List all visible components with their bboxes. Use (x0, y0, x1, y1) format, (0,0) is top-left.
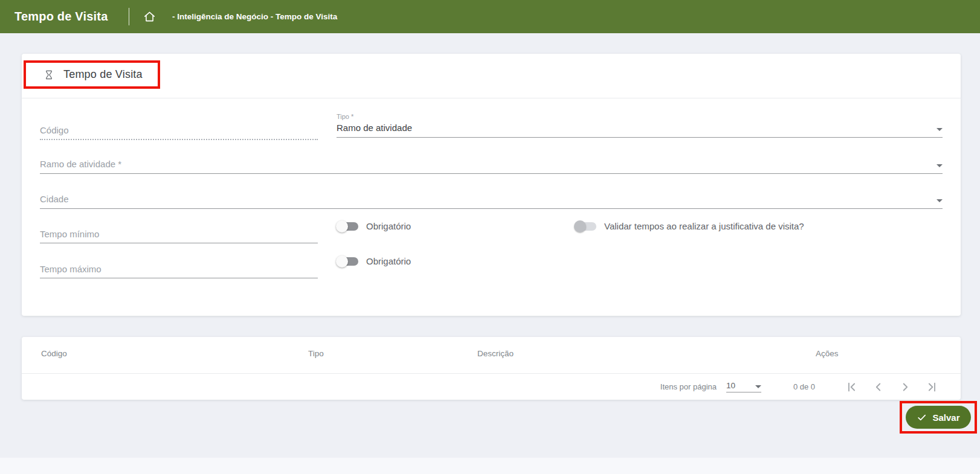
first-page-icon (845, 380, 859, 394)
bottom-strip (0, 458, 980, 474)
first-page-button[interactable] (839, 375, 865, 399)
codigo-input[interactable] (40, 125, 318, 140)
annotation-box-section-title: Tempo de Visita (24, 60, 160, 89)
items-per-page-select[interactable]: 10 (726, 381, 761, 392)
chevron-down-icon (936, 199, 943, 202)
col-header-codigo: Código (41, 349, 67, 358)
col-header-acoes: Ações (816, 349, 839, 358)
obrigatorio-max-toggle[interactable] (337, 257, 358, 266)
tempo-minimo-input[interactable] (40, 229, 318, 243)
next-page-button[interactable] (892, 375, 918, 399)
save-button-label: Salvar (932, 412, 959, 423)
paginator: Itens por página 10 0 de 0 (660, 374, 945, 400)
obrigatorio-min-toggle[interactable] (337, 222, 358, 231)
validar-tempos-label: Validar tempos ao realizar a justificati… (604, 221, 804, 231)
cidade-select[interactable]: Cidade (40, 193, 943, 209)
chevron-down-icon (936, 164, 943, 167)
home-icon[interactable] (143, 10, 156, 24)
tipo-select[interactable]: Tipo * Ramo de atividade (337, 113, 943, 138)
form-card: Tempo de Visita Tipo * Ramo de atividade… (22, 54, 961, 316)
header-divider (129, 8, 129, 25)
tipo-label: Tipo * (337, 113, 943, 120)
previous-page-button[interactable] (865, 375, 892, 399)
chevron-down-icon (755, 385, 761, 388)
chevron-left-icon (872, 380, 885, 394)
table-card: Código Tipo Descrição Ações Itens por pá… (22, 337, 961, 400)
items-per-page-label: Itens por página (660, 382, 717, 391)
section-divider (22, 98, 961, 98)
breadcrumb: - Inteligência de Negócio - Tempo de Vis… (172, 0, 337, 33)
obrigatorio-max-label: Obrigatório (366, 256, 411, 266)
last-page-button[interactable] (918, 375, 945, 399)
tempo-maximo-field[interactable] (40, 264, 318, 278)
col-header-descricao: Descrição (477, 349, 514, 358)
last-page-icon (925, 380, 938, 394)
chevron-down-icon (936, 128, 943, 131)
chevron-right-icon (898, 380, 912, 394)
hourglass-icon (43, 69, 55, 81)
page-title: Tempo de Visita (15, 0, 108, 33)
ramo-atividade-placeholder: Ramo de atividade * (40, 159, 121, 169)
tipo-value: Ramo de atividade (337, 123, 412, 133)
cidade-placeholder: Cidade (40, 194, 69, 204)
section-title: Tempo de Visita (63, 68, 143, 81)
tempo-minimo-field[interactable] (40, 229, 318, 243)
obrigatorio-min-label: Obrigatório (366, 221, 411, 231)
check-icon (917, 412, 927, 423)
app-header: Tempo de Visita - Inteligência de Negóci… (0, 0, 980, 33)
paginator-range: 0 de 0 (783, 382, 825, 391)
ramo-atividade-select[interactable]: Ramo de atividade * (40, 158, 943, 174)
items-per-page-value: 10 (726, 381, 735, 390)
codigo-field[interactable] (40, 125, 318, 140)
save-button[interactable]: Salvar (906, 406, 971, 429)
annotation-box-save-button: Salvar (900, 401, 977, 434)
tempo-maximo-input[interactable] (40, 264, 318, 278)
validar-tempos-toggle[interactable] (575, 222, 596, 231)
col-header-tipo: Tipo (308, 349, 324, 358)
